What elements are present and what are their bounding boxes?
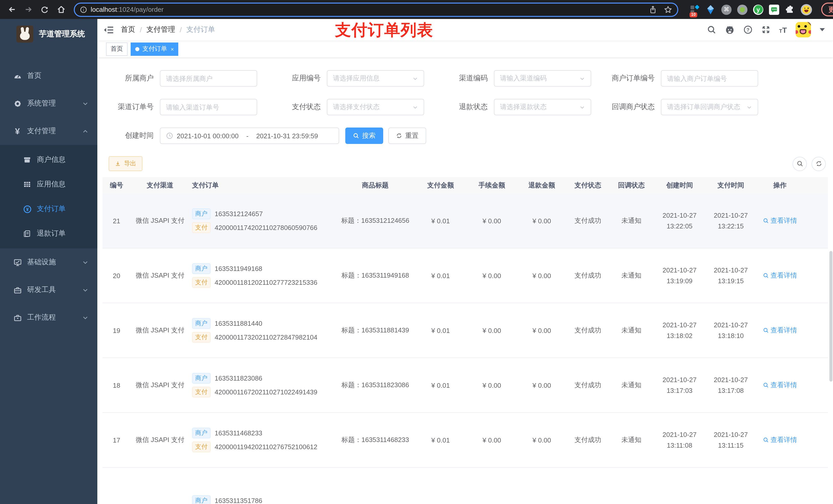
extension-record-icon[interactable] bbox=[737, 4, 747, 15]
sidebar-item-home[interactable]: 首页 bbox=[0, 62, 97, 90]
merchant-select[interactable] bbox=[160, 70, 257, 87]
help-icon[interactable]: ? bbox=[743, 25, 752, 34]
dashboard-icon bbox=[12, 71, 23, 80]
sidebar-item-label: 支付订单 bbox=[37, 205, 66, 214]
table-cell: ¥ 0.00 bbox=[466, 217, 518, 224]
table-cell: 查看详情 bbox=[756, 435, 804, 445]
fullscreen-icon[interactable] bbox=[761, 25, 770, 34]
sidebar-item-label: 首页 bbox=[27, 71, 42, 80]
extension-y-icon[interactable]: y bbox=[753, 4, 763, 15]
table-row[interactable]: 21微信 JSAPI 支付商户1635312124657支付4200001174… bbox=[102, 194, 828, 248]
table-cell: 2021-10-2713:18:10 bbox=[706, 319, 756, 341]
table-cell: 2021-10-2713:17:03 bbox=[653, 374, 706, 396]
extensions-tray: 10 ⌘ y bbox=[690, 4, 812, 15]
view-detail-link[interactable]: 查看详情 bbox=[763, 216, 797, 225]
merchant-order-no-field[interactable] bbox=[661, 70, 758, 87]
column-header: 支付金额 bbox=[415, 181, 466, 190]
filter-label: 商户订单编号 bbox=[610, 74, 661, 83]
tag-pay-order[interactable]: 支付订单 × bbox=[130, 42, 178, 55]
tags-view-bar: 首页 支付订单 × bbox=[97, 41, 833, 57]
browser-forward-icon[interactable] bbox=[22, 3, 35, 16]
column-header: 操作 bbox=[756, 181, 804, 190]
breadcrumb-pay-mgmt[interactable]: 支付管理 bbox=[146, 25, 175, 34]
table-row[interactable]: 19微信 JSAPI 支付商户1635311881440支付4200001173… bbox=[102, 303, 828, 358]
filter-label: 渠道订单号 bbox=[109, 102, 160, 112]
extension-emoji-icon[interactable] bbox=[801, 4, 812, 15]
table-row[interactable]: 20微信 JSAPI 支付商户1635311949168支付4200001181… bbox=[102, 248, 828, 303]
chevron-down-icon bbox=[412, 75, 418, 81]
sidebar-item-payment[interactable]: ¥ 支付管理 bbox=[0, 117, 97, 145]
sidebar-item-dev-tools[interactable]: 研发工具 bbox=[0, 276, 97, 304]
breadcrumb-home[interactable]: 首页 bbox=[121, 25, 135, 34]
tag-close-icon[interactable]: × bbox=[171, 46, 174, 52]
sidebar-item-infra[interactable]: 基础设施 bbox=[0, 248, 97, 276]
sidebar-item-system[interactable]: 系统管理 bbox=[0, 90, 97, 117]
table-row[interactable]: 17微信 JSAPI 支付商户1635311468233支付4200001194… bbox=[102, 413, 828, 467]
sidebar-item-workflow[interactable]: 工作流程 bbox=[0, 304, 97, 331]
table-cell: 商户1635311351786 bbox=[190, 467, 336, 504]
yen-icon: ¥ bbox=[12, 127, 23, 136]
page-scrollbar[interactable] bbox=[829, 251, 832, 382]
share-icon[interactable] bbox=[649, 5, 657, 14]
merchant-order-no-input[interactable] bbox=[667, 74, 752, 82]
breadcrumb-current: 支付订单 bbox=[187, 25, 215, 34]
view-detail-link[interactable]: 查看详情 bbox=[763, 326, 797, 335]
channel-order-no-field[interactable] bbox=[160, 99, 257, 115]
extension-command-icon[interactable]: ⌘ bbox=[721, 4, 732, 15]
search-button[interactable]: 搜索 bbox=[345, 127, 383, 144]
view-detail-link[interactable]: 查看详情 bbox=[763, 271, 797, 280]
table-cell: ¥ 0.01 bbox=[415, 436, 466, 444]
app-logo[interactable]: 芋道管理系统 bbox=[0, 19, 97, 49]
extension-chat-icon[interactable] bbox=[769, 4, 779, 15]
export-button[interactable]: 导出 bbox=[109, 156, 142, 171]
sidebar-item-label: 工作流程 bbox=[27, 313, 56, 322]
url-bar[interactable]: i localhost:1024/pay/order bbox=[74, 2, 678, 17]
view-detail-link[interactable]: 查看详情 bbox=[763, 435, 797, 445]
sidebar-fold-icon[interactable] bbox=[103, 25, 114, 34]
order-no-line: 商户1635311881440 bbox=[192, 318, 333, 329]
gear-icon bbox=[12, 99, 23, 108]
top-navbar: 首页 / 支付管理 / 支付订单 支付订单列表 ? TT bbox=[97, 19, 833, 41]
create-time-range-picker[interactable]: 2021-10-01 00:00:00 - 2021-10-31 23:59:5… bbox=[160, 127, 339, 144]
channel-order-no-input[interactable] bbox=[166, 103, 251, 111]
extension-puzzle-icon[interactable] bbox=[785, 4, 795, 15]
github-icon[interactable] bbox=[724, 25, 734, 34]
sidebar-item-refund-order[interactable]: 退款订单 bbox=[0, 221, 97, 246]
table-row[interactable]: 18微信 JSAPI 支付商户1635311823086支付4200001167… bbox=[102, 358, 828, 413]
order-number: 1635311823086 bbox=[215, 375, 262, 382]
extension-grid-icon[interactable]: 10 bbox=[690, 4, 700, 15]
bookmark-star-icon[interactable] bbox=[664, 5, 672, 14]
browser-home-icon[interactable] bbox=[54, 3, 68, 16]
notify-status-select[interactable]: 请选择订单回调商户状态 bbox=[661, 99, 758, 115]
sidebar-item-pay-order[interactable]: ¥ 支付订单 bbox=[0, 197, 97, 221]
refresh-button[interactable] bbox=[811, 157, 826, 171]
filter-label: 支付状态 bbox=[276, 102, 327, 112]
channel-code-select[interactable]: 请输入渠道编码 bbox=[494, 70, 591, 87]
table-cell: 商户1635311823086支付42000011672021102710224… bbox=[190, 370, 336, 401]
show-search-toggle-button[interactable] bbox=[792, 157, 807, 171]
table-cell: 微信 JSAPI 支付 bbox=[130, 271, 190, 280]
browser-reload-icon[interactable] bbox=[38, 3, 51, 16]
site-info-icon[interactable]: i bbox=[80, 6, 87, 13]
table-cell: 查看详情 bbox=[756, 381, 804, 390]
search-icon[interactable] bbox=[707, 25, 716, 34]
pay-status-select[interactable]: 请选择支付状态 bbox=[327, 99, 424, 115]
merchant-input[interactable] bbox=[166, 74, 251, 82]
order-no-line: 商户1635311351786 bbox=[192, 495, 333, 504]
tag-home[interactable]: 首页 bbox=[106, 42, 127, 55]
refund-status-select[interactable]: 请选择退款状态 bbox=[494, 99, 591, 115]
extension-kite-icon[interactable] bbox=[706, 4, 716, 15]
avatar-caret-icon[interactable] bbox=[820, 28, 825, 31]
table-cell: 未通知 bbox=[610, 381, 653, 390]
table-cell: 标题：1635311823086 bbox=[336, 381, 415, 390]
app-id-select[interactable]: 请选择应用信息 bbox=[327, 70, 424, 87]
reset-button[interactable]: 重置 bbox=[388, 127, 426, 144]
table-cell: 标题：1635311881439 bbox=[336, 326, 415, 335]
sidebar-item-app-info[interactable]: 应用信息 bbox=[0, 172, 97, 197]
avatar[interactable] bbox=[795, 22, 811, 38]
browser-back-icon[interactable] bbox=[5, 3, 19, 16]
font-size-icon[interactable]: TT bbox=[779, 26, 787, 33]
browser-update-button[interactable]: 更新 ⋮ bbox=[821, 3, 833, 16]
view-detail-link[interactable]: 查看详情 bbox=[763, 381, 797, 390]
sidebar-item-merchant-info[interactable]: 商户信息 bbox=[0, 147, 97, 172]
